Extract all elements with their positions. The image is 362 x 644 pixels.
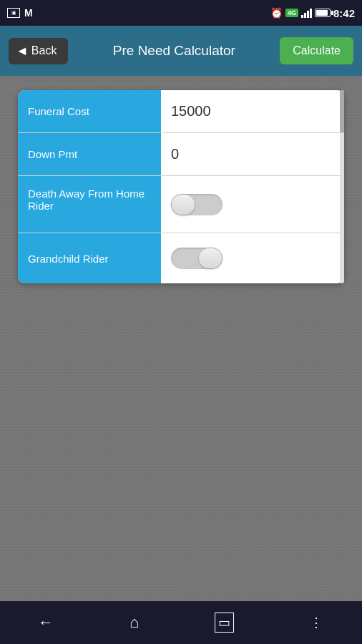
status-bar-left: ▣ M: [7, 7, 33, 19]
status-bar-right: ⏰ 4G 8:42: [270, 7, 355, 19]
grandchild-rider-label: Grandchild Rider: [18, 233, 161, 283]
calculate-button[interactable]: Calculate: [280, 37, 353, 64]
funeral-cost-row: Funeral Cost 15000: [18, 90, 344, 133]
nav-menu-button[interactable]: ⋮: [310, 615, 324, 630]
back-button[interactable]: ◄ Back: [9, 38, 68, 64]
nav-home-button[interactable]: ⌂: [129, 613, 139, 632]
down-pmt-row: Down Pmt 0: [18, 133, 344, 176]
lte-badge: 4G: [285, 9, 298, 17]
death-away-rider-label: Death Away From Home Rider: [18, 176, 161, 233]
back-label: Back: [31, 44, 57, 57]
action-bar: ◄ Back Pre Need Calculator Calculate: [0, 26, 362, 76]
status-bar: ▣ M ⏰ 4G 8:42: [0, 0, 362, 26]
gmail-icon: M: [24, 7, 33, 19]
funeral-cost-value[interactable]: 15000: [161, 90, 344, 132]
nav-recents-button[interactable]: ▭: [215, 613, 234, 633]
grandchild-rider-toggle-container: [161, 233, 344, 283]
grandchild-rider-toggle[interactable]: [171, 248, 222, 269]
battery-icon: [315, 9, 331, 17]
death-away-rider-toggle[interactable]: [171, 194, 222, 215]
page-title: Pre Need Calculator: [68, 43, 280, 59]
nav-bar: ← ⌂ ▭ ⋮: [0, 601, 362, 644]
down-pmt-label: Down Pmt: [18, 133, 161, 175]
back-chevron-icon: ◄: [16, 44, 29, 59]
scrollbar-thumb: [340, 90, 344, 133]
death-away-rider-row: Death Away From Home Rider: [18, 176, 344, 233]
image-icon: ▣: [7, 8, 20, 18]
grandchild-rider-row: Grandchild Rider: [18, 233, 344, 283]
down-pmt-value[interactable]: 0: [161, 133, 344, 175]
signal-bars: [301, 8, 312, 18]
toggle-knob: [172, 195, 195, 215]
funeral-cost-label: Funeral Cost: [18, 90, 161, 132]
scrollbar[interactable]: [340, 90, 344, 283]
toggle-knob-2: [199, 248, 222, 268]
form-card-wrapper: Funeral Cost 15000 Down Pmt 0 Death Away…: [18, 90, 344, 283]
alarm-icon: ⏰: [270, 7, 283, 19]
main-content: Funeral Cost 15000 Down Pmt 0 Death Away…: [0, 76, 362, 601]
status-time: 8:42: [333, 7, 355, 19]
nav-back-button[interactable]: ←: [38, 613, 54, 632]
form-card: Funeral Cost 15000 Down Pmt 0 Death Away…: [18, 90, 344, 283]
death-away-rider-toggle-container: [161, 176, 344, 233]
